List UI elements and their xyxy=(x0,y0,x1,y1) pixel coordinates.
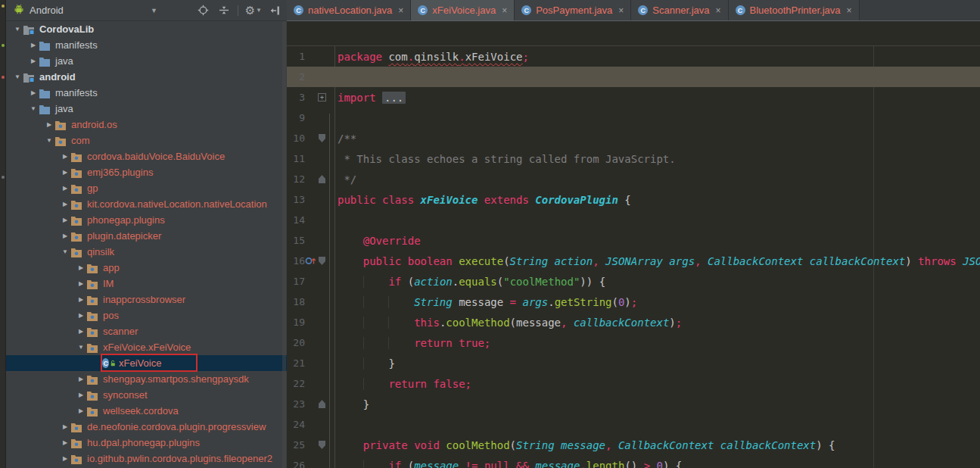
expand-arrow-icon[interactable]: ▶ xyxy=(60,201,70,207)
collapse-arrow-icon[interactable]: ▼ xyxy=(12,73,23,80)
hide-panel-icon[interactable] xyxy=(269,4,282,17)
project-view-selector[interactable]: Android ▼ xyxy=(14,4,157,17)
code-line-20[interactable]: 20 return true; xyxy=(287,332,980,353)
collapse-arrow-icon[interactable]: ▼ xyxy=(76,344,86,351)
tree-item-xfeivoice[interactable]: CxFeiVoice xyxy=(6,355,287,371)
tree-item-phonegap-plugins[interactable]: ▶phonegap.plugins xyxy=(6,212,287,228)
tree-item-app[interactable]: ▶app xyxy=(6,260,287,276)
code-line-14[interactable]: 14 xyxy=(287,210,980,230)
code-line-23[interactable]: 23 } xyxy=(287,394,980,414)
expand-arrow-icon[interactable]: ▶ xyxy=(60,153,70,160)
settings-gear-icon[interactable]: ⚙▼ xyxy=(245,4,262,17)
fold-start-icon[interactable] xyxy=(319,134,325,142)
tree-item-inappcrossbrowser[interactable]: ▶inappcrossbrowser xyxy=(6,292,287,307)
expand-arrow-icon[interactable]: ▶ xyxy=(76,407,86,414)
code-line-19[interactable]: 19 this.coolMethod(message, callbackCont… xyxy=(287,312,980,332)
tab-pospayment-java[interactable]: CPosPayment.java× xyxy=(515,0,631,20)
code-editor[interactable]: 1package com.qinsilk.xFeiVoice;23+import… xyxy=(287,21,980,468)
code-area[interactable]: 1package com.qinsilk.xFeiVoice;23+import… xyxy=(287,46,980,468)
expand-arrow-icon[interactable]: ▶ xyxy=(76,312,86,319)
tab-xfeivoice-java[interactable]: CxFeiVoice.java× xyxy=(411,0,515,20)
code-line-3[interactable]: 3+import ... xyxy=(287,87,980,108)
expand-arrow-icon[interactable]: ▶ xyxy=(28,58,39,64)
tree-item-android[interactable]: ▼android xyxy=(6,69,287,85)
tab-scanner-java[interactable]: CScanner.java× xyxy=(631,0,728,20)
overriding-method-icon[interactable] xyxy=(305,256,316,268)
code-line-26[interactable]: 26 if (message != null && message.length… xyxy=(287,455,980,468)
fold-start-icon[interactable] xyxy=(319,257,325,265)
fold-collapsed-icon[interactable]: + xyxy=(318,93,326,101)
tree-item-de-neofonie-cordova-plugin-progressview[interactable]: ▶de.neofonie.cordova.plugin.progressview xyxy=(6,419,287,435)
tree-item-emj365-plugins[interactable]: ▶emj365.plugins xyxy=(6,164,287,180)
fold-end-icon[interactable] xyxy=(319,175,325,183)
expand-arrow-icon[interactable]: ▶ xyxy=(28,89,39,96)
tree-item-gp[interactable]: ▶gp xyxy=(6,180,287,196)
tree-item-manifests[interactable]: ▶manifests xyxy=(6,85,287,101)
tree-item-java[interactable]: ▼java xyxy=(6,101,287,117)
code-line-22[interactable]: 22 return false; xyxy=(287,373,980,394)
code-line-17[interactable]: 17 if (action.equals("coolMethod")) { xyxy=(287,271,980,292)
code-line-2[interactable]: 2 xyxy=(287,67,980,87)
collapse-arrow-icon[interactable]: ▼ xyxy=(60,248,70,255)
expand-arrow-icon[interactable]: ▶ xyxy=(60,439,70,446)
code-line-12[interactable]: 12 */ xyxy=(287,169,980,189)
code-line-18[interactable]: 18 String message = args.getString(0); xyxy=(287,292,980,312)
tree-item-hu-dpal-phonegap-plugins[interactable]: ▶hu.dpal.phonegap.plugins xyxy=(6,435,287,451)
close-icon[interactable]: × xyxy=(847,5,852,16)
tree-item-java[interactable]: ▶java xyxy=(6,53,287,69)
code-line-1[interactable]: 1package com.qinsilk.xFeiVoice; xyxy=(287,46,980,67)
close-icon[interactable]: × xyxy=(502,5,507,16)
expand-arrow-icon[interactable]: ▶ xyxy=(76,264,86,271)
locate-icon[interactable] xyxy=(197,4,210,17)
tree-item-wellseek-cordova[interactable]: ▶wellseek.cordova xyxy=(6,403,287,419)
expand-arrow-icon[interactable]: ▶ xyxy=(76,376,86,382)
tree-item-xfeivoice-xfeivoice[interactable]: ▼xFeiVoice.xFeiVoice xyxy=(6,339,287,355)
close-icon[interactable]: × xyxy=(716,5,721,16)
tree-item-im[interactable]: ▶IM xyxy=(6,276,287,292)
tree-item-cordovalib[interactable]: ▼CordovaLib xyxy=(6,21,287,37)
code-line-13[interactable]: 13public class xFeiVoice extends Cordova… xyxy=(287,189,980,210)
tree-item-pos[interactable]: ▶pos xyxy=(6,307,287,323)
code-line-21[interactable]: 21 } xyxy=(287,353,980,373)
expand-arrow-icon[interactable]: ▶ xyxy=(60,423,70,430)
tree-item-manifests[interactable]: ▶manifests xyxy=(6,37,287,53)
expand-arrow-icon[interactable]: ▶ xyxy=(60,455,70,462)
close-icon[interactable]: × xyxy=(618,5,624,16)
code-line-24[interactable]: 24 xyxy=(287,414,980,435)
fold-end-icon[interactable] xyxy=(319,400,325,408)
expand-arrow-icon[interactable]: ▶ xyxy=(60,185,70,192)
collapse-arrow-icon[interactable]: ▼ xyxy=(28,105,39,112)
expand-arrow-icon[interactable]: ▶ xyxy=(76,328,86,335)
code-line-25[interactable]: 25 private void coolMethod(String messag… xyxy=(287,435,980,455)
tree-item-synconset[interactable]: ▶synconset xyxy=(6,387,287,403)
close-icon[interactable]: × xyxy=(398,5,403,16)
code-line-16[interactable]: 16 public boolean execute(String action,… xyxy=(287,251,980,271)
tree-item-io-github-pwlin-cordova-plugins-fileopener2[interactable]: ▶io.github.pwlin.cordova.plugins.fileope… xyxy=(6,451,287,466)
fold-start-icon[interactable] xyxy=(319,441,325,449)
tab-nativelocation-java[interactable]: CnativeLocation.java× xyxy=(287,0,411,20)
tree-item-android-os[interactable]: ▶android.os xyxy=(6,117,287,133)
tree-item-shengpay-smartpos-shengpaysdk[interactable]: ▶shengpay.smartpos.shengpaysdk xyxy=(6,371,287,387)
expand-arrow-icon[interactable]: ▶ xyxy=(76,296,86,303)
tree-item-plugin-datepicker[interactable]: ▶plugin.datepicker xyxy=(6,228,287,244)
code-line-10[interactable]: 10/** xyxy=(287,128,980,148)
expand-arrow-icon[interactable]: ▶ xyxy=(76,392,86,398)
tree-item-com[interactable]: ▼com xyxy=(6,133,287,148)
tree-item-cordova-baiduvoice-baiduvoice[interactable]: ▶cordova.baiduVoice.BaiduVoice xyxy=(6,148,287,164)
expand-arrow-icon[interactable]: ▶ xyxy=(76,280,86,287)
collapse-arrow-icon[interactable]: ▼ xyxy=(44,137,54,144)
collapse-arrow-icon[interactable]: ▼ xyxy=(12,26,23,33)
tree-item-kit-cordova-nativelocation-nativelocation[interactable]: ▶kit.cordova.nativeLocation.nativeLocati… xyxy=(6,196,287,212)
expand-arrow-icon[interactable]: ▶ xyxy=(44,121,54,128)
expand-arrow-icon[interactable]: ▶ xyxy=(60,217,70,223)
tree-item-scanner[interactable]: ▶scanner xyxy=(6,323,287,339)
tab-bluetoothprinter-java[interactable]: CBluetoothPrinter.java× xyxy=(729,0,860,20)
expand-arrow-icon[interactable]: ▶ xyxy=(60,232,70,239)
code-line-15[interactable]: 15 @Override xyxy=(287,230,980,251)
tree-item-qinsilk[interactable]: ▼qinsilk xyxy=(6,244,287,260)
code-line-9[interactable]: 9 xyxy=(287,108,980,128)
expand-arrow-icon[interactable]: ▶ xyxy=(60,169,70,176)
collapse-all-icon[interactable] xyxy=(217,4,231,17)
code-line-11[interactable]: 11 * This class echoes a string called f… xyxy=(287,148,980,169)
expand-arrow-icon[interactable]: ▶ xyxy=(28,42,39,48)
